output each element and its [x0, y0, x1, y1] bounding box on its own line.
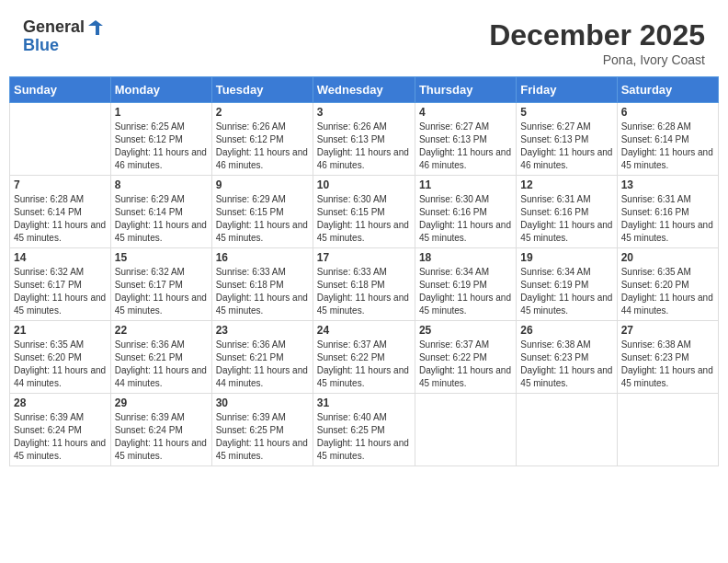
calendar-cell: 28Sunrise: 6:39 AMSunset: 6:24 PMDayligh… — [10, 394, 111, 466]
calendar-cell: 25Sunrise: 6:37 AMSunset: 6:22 PMDayligh… — [415, 321, 516, 394]
logo-general: General — [23, 18, 85, 37]
weekday-header: Thursday — [415, 77, 516, 103]
day-info: Sunrise: 6:39 AMSunset: 6:25 PMDaylight:… — [216, 411, 309, 463]
calendar-cell: 26Sunrise: 6:38 AMSunset: 6:23 PMDayligh… — [517, 321, 617, 394]
calendar-cell: 8Sunrise: 6:29 AMSunset: 6:14 PMDaylight… — [110, 176, 211, 248]
day-info: Sunrise: 6:35 AMSunset: 6:20 PMDaylight:… — [14, 339, 107, 390]
day-info: Sunrise: 6:38 AMSunset: 6:23 PMDaylight:… — [520, 339, 612, 390]
day-number: 22 — [115, 324, 208, 337]
calendar-table: SundayMondayTuesdayWednesdayThursdayFrid… — [9, 76, 719, 466]
day-info: Sunrise: 6:26 AMSunset: 6:13 PMDaylight:… — [317, 121, 411, 172]
day-number: 5 — [520, 106, 612, 119]
calendar-cell: 31Sunrise: 6:40 AMSunset: 6:25 PMDayligh… — [313, 394, 415, 466]
day-info: Sunrise: 6:31 AMSunset: 6:16 PMDaylight:… — [520, 193, 612, 245]
day-number: 21 — [14, 324, 107, 337]
day-number: 15 — [115, 251, 208, 264]
calendar-week-row: 21Sunrise: 6:35 AMSunset: 6:20 PMDayligh… — [10, 321, 719, 394]
calendar-cell: 14Sunrise: 6:32 AMSunset: 6:17 PMDayligh… — [10, 248, 111, 321]
day-info: Sunrise: 6:28 AMSunset: 6:14 PMDaylight:… — [621, 121, 714, 172]
day-number: 12 — [520, 178, 612, 191]
calendar-week-row: 14Sunrise: 6:32 AMSunset: 6:17 PMDayligh… — [10, 248, 719, 321]
page-header: General Blue December 2025 Pona, Ivory C… — [9, 9, 719, 72]
logo-blue: Blue — [23, 36, 59, 54]
day-info: Sunrise: 6:25 AMSunset: 6:12 PMDaylight:… — [115, 121, 208, 172]
day-info: Sunrise: 6:31 AMSunset: 6:16 PMDaylight:… — [621, 193, 714, 245]
weekday-header: Sunday — [10, 77, 111, 103]
day-number: 25 — [419, 324, 512, 337]
weekday-header: Saturday — [617, 77, 718, 103]
day-info: Sunrise: 6:29 AMSunset: 6:15 PMDaylight:… — [216, 193, 309, 245]
day-info: Sunrise: 6:29 AMSunset: 6:14 PMDaylight:… — [115, 193, 208, 245]
calendar-week-row: 7Sunrise: 6:28 AMSunset: 6:14 PMDaylight… — [10, 176, 719, 248]
day-number: 19 — [520, 251, 612, 264]
svg-marker-0 — [88, 20, 103, 35]
calendar-cell — [517, 394, 617, 466]
calendar-cell: 13Sunrise: 6:31 AMSunset: 6:16 PMDayligh… — [617, 176, 718, 248]
day-info: Sunrise: 6:30 AMSunset: 6:16 PMDaylight:… — [419, 193, 512, 245]
logo: General Blue — [23, 18, 105, 55]
calendar-cell: 6Sunrise: 6:28 AMSunset: 6:14 PMDaylight… — [617, 103, 718, 176]
day-info: Sunrise: 6:39 AMSunset: 6:24 PMDaylight:… — [115, 411, 208, 463]
calendar-cell: 11Sunrise: 6:30 AMSunset: 6:16 PMDayligh… — [415, 176, 516, 248]
calendar-cell: 1Sunrise: 6:25 AMSunset: 6:12 PMDaylight… — [110, 103, 211, 176]
day-number: 16 — [216, 251, 309, 264]
day-number: 30 — [216, 396, 309, 409]
title-block: December 2025 Pona, Ivory Coast — [489, 18, 705, 67]
day-number: 13 — [621, 178, 714, 191]
day-number: 7 — [14, 178, 107, 191]
calendar-week-row: 1Sunrise: 6:25 AMSunset: 6:12 PMDaylight… — [10, 103, 719, 176]
day-info: Sunrise: 6:26 AMSunset: 6:12 PMDaylight:… — [216, 121, 309, 172]
day-number: 27 — [621, 324, 714, 337]
day-info: Sunrise: 6:36 AMSunset: 6:21 PMDaylight:… — [216, 339, 309, 390]
calendar-cell: 22Sunrise: 6:36 AMSunset: 6:21 PMDayligh… — [110, 321, 211, 394]
weekday-header: Monday — [110, 77, 211, 103]
day-number: 17 — [317, 251, 411, 264]
calendar-cell — [617, 394, 718, 466]
day-number: 10 — [317, 178, 411, 191]
day-number: 1 — [115, 106, 208, 119]
month-title: December 2025 — [489, 18, 705, 52]
calendar-cell: 4Sunrise: 6:27 AMSunset: 6:13 PMDaylight… — [415, 103, 516, 176]
day-number: 8 — [115, 178, 208, 191]
day-number: 11 — [419, 178, 512, 191]
day-info: Sunrise: 6:37 AMSunset: 6:22 PMDaylight:… — [317, 339, 411, 390]
calendar-cell: 15Sunrise: 6:32 AMSunset: 6:17 PMDayligh… — [110, 248, 211, 321]
day-number: 9 — [216, 178, 309, 191]
day-number: 6 — [621, 106, 714, 119]
weekday-header: Tuesday — [211, 77, 313, 103]
day-number: 3 — [317, 106, 411, 119]
calendar-cell — [10, 103, 111, 176]
day-number: 23 — [216, 324, 309, 337]
day-number: 24 — [317, 324, 411, 337]
calendar-cell: 9Sunrise: 6:29 AMSunset: 6:15 PMDaylight… — [211, 176, 313, 248]
calendar-cell: 16Sunrise: 6:33 AMSunset: 6:18 PMDayligh… — [211, 248, 313, 321]
calendar-cell: 29Sunrise: 6:39 AMSunset: 6:24 PMDayligh… — [110, 394, 211, 466]
day-number: 18 — [419, 251, 512, 264]
day-number: 4 — [419, 106, 512, 119]
location: Pona, Ivory Coast — [489, 52, 705, 67]
day-number: 2 — [216, 106, 309, 119]
calendar-cell: 10Sunrise: 6:30 AMSunset: 6:15 PMDayligh… — [313, 176, 415, 248]
calendar-cell: 20Sunrise: 6:35 AMSunset: 6:20 PMDayligh… — [617, 248, 718, 321]
day-info: Sunrise: 6:27 AMSunset: 6:13 PMDaylight:… — [520, 121, 612, 172]
calendar-cell — [415, 394, 516, 466]
day-info: Sunrise: 6:34 AMSunset: 6:19 PMDaylight:… — [419, 266, 512, 317]
calendar-cell: 12Sunrise: 6:31 AMSunset: 6:16 PMDayligh… — [517, 176, 617, 248]
day-info: Sunrise: 6:36 AMSunset: 6:21 PMDaylight:… — [115, 339, 208, 390]
logo-flag-icon — [86, 18, 105, 37]
day-info: Sunrise: 6:30 AMSunset: 6:15 PMDaylight:… — [317, 193, 411, 245]
calendar-cell: 24Sunrise: 6:37 AMSunset: 6:22 PMDayligh… — [313, 321, 415, 394]
calendar-cell: 3Sunrise: 6:26 AMSunset: 6:13 PMDaylight… — [313, 103, 415, 176]
weekday-header-row: SundayMondayTuesdayWednesdayThursdayFrid… — [10, 77, 719, 103]
day-info: Sunrise: 6:32 AMSunset: 6:17 PMDaylight:… — [14, 266, 107, 317]
calendar-cell: 27Sunrise: 6:38 AMSunset: 6:23 PMDayligh… — [617, 321, 718, 394]
day-info: Sunrise: 6:34 AMSunset: 6:19 PMDaylight:… — [520, 266, 612, 317]
day-info: Sunrise: 6:37 AMSunset: 6:22 PMDaylight:… — [419, 339, 512, 390]
weekday-header: Friday — [517, 77, 617, 103]
calendar-week-row: 28Sunrise: 6:39 AMSunset: 6:24 PMDayligh… — [10, 394, 719, 466]
calendar-cell: 21Sunrise: 6:35 AMSunset: 6:20 PMDayligh… — [10, 321, 111, 394]
day-info: Sunrise: 6:27 AMSunset: 6:13 PMDaylight:… — [419, 121, 512, 172]
day-info: Sunrise: 6:32 AMSunset: 6:17 PMDaylight:… — [115, 266, 208, 317]
day-info: Sunrise: 6:40 AMSunset: 6:25 PMDaylight:… — [317, 411, 411, 463]
calendar-cell: 2Sunrise: 6:26 AMSunset: 6:12 PMDaylight… — [211, 103, 313, 176]
